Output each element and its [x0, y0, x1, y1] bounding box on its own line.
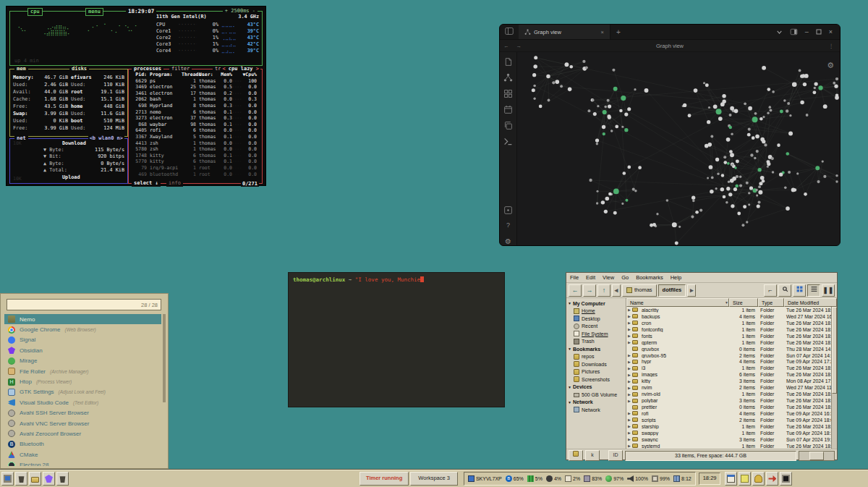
- graph-node[interactable]: [734, 166, 736, 169]
- graph-node[interactable]: [713, 105, 718, 109]
- process-row[interactable]: 2062bash1thomas0.0····0.3: [131, 96, 260, 103]
- btop-tab-cpu[interactable]: cpu: [27, 8, 43, 16]
- graph-node[interactable]: [750, 153, 753, 156]
- process-row[interactable]: 868waybar98thomas0.1····0.0: [131, 122, 260, 128]
- app-item-cmake[interactable]: CMake: [4, 449, 161, 460]
- sidebar-item-desktop[interactable]: Desktop: [566, 315, 626, 323]
- graph-node[interactable]: [717, 173, 719, 175]
- header-cell[interactable]: ▼Cpu%: [239, 72, 257, 78]
- process-sort-mode[interactable]: < cpu lazy >: [221, 66, 260, 72]
- graph-node[interactable]: [747, 133, 751, 137]
- graph-node[interactable]: [587, 109, 590, 112]
- process-row[interactable]: 5780zsh1thomas0.0····0.0: [131, 146, 260, 153]
- graph-node[interactable]: [727, 162, 730, 165]
- graph-node[interactable]: [772, 90, 775, 93]
- graph-node[interactable]: [703, 82, 705, 84]
- back-icon[interactable]: ←: [500, 43, 513, 49]
- sidebar-item-downloads[interactable]: Downloads: [566, 360, 626, 368]
- file-row[interactable]: ▶rofi4 itemsFolderTue 09 Apr 2024 16:30:…: [626, 410, 837, 417]
- graph-node[interactable]: [779, 173, 783, 177]
- graph-node[interactable]: [691, 216, 694, 219]
- close-button[interactable]: ×: [829, 28, 833, 35]
- graph-node[interactable]: [783, 99, 786, 102]
- column-header-date-modified[interactable]: Date Modified: [784, 298, 837, 307]
- graph-node[interactable]: [596, 202, 598, 204]
- process-row[interactable]: 3469electron25thomas0.5····0.0: [131, 84, 260, 90]
- graph-node[interactable]: [672, 222, 677, 227]
- expander-icon[interactable]: ▶: [626, 386, 632, 390]
- file-row[interactable]: ▶alacritty1 itemFolderTue 26 Mar 2024 18…: [626, 307, 837, 313]
- graph-node[interactable]: [726, 201, 728, 204]
- graph-node[interactable]: [720, 187, 724, 191]
- breadcrumb-scroll-left-icon[interactable]: ◂: [612, 284, 621, 297]
- graph-node[interactable]: [799, 69, 801, 72]
- file-manager-window[interactable]: FileEditViewGoBookmarksHelp ← → ↑ ◂ thom…: [566, 272, 838, 460]
- expander-icon[interactable]: ▶: [626, 327, 632, 331]
- graph-node[interactable]: [796, 172, 799, 174]
- graph-node[interactable]: [735, 185, 739, 188]
- process-row[interactable]: 3273electron37thomas0.3····0.0: [131, 115, 260, 122]
- graph-node[interactable]: [731, 204, 734, 208]
- back-button[interactable]: ←: [569, 284, 582, 297]
- graph-node[interactable]: [707, 177, 709, 179]
- graph-node[interactable]: [764, 143, 767, 146]
- graph-node[interactable]: [615, 125, 618, 129]
- sidebar-item-500-gb-volume[interactable]: 500 GB Volume: [566, 391, 626, 399]
- expander-icon[interactable]: ▶: [626, 353, 632, 357]
- command-palette-icon[interactable]: [503, 205, 513, 214]
- graph-node[interactable]: [708, 106, 710, 109]
- graph-node[interactable]: [688, 114, 692, 117]
- graph-node[interactable]: [777, 143, 780, 147]
- process-row[interactable]: 6405rofi6thomas0.0····0.0: [131, 127, 260, 134]
- graph-node[interactable]: [823, 104, 827, 109]
- help-icon[interactable]: ?: [503, 221, 513, 230]
- graph-node[interactable]: [532, 73, 536, 77]
- graph-node[interactable]: [767, 162, 770, 166]
- taskbar-clock[interactable]: 18:29: [699, 473, 721, 485]
- graph-node[interactable]: [546, 75, 550, 78]
- btop-tab-menu[interactable]: menu: [85, 8, 103, 16]
- graph-node[interactable]: [786, 109, 788, 112]
- file-row[interactable]: ▶polybar3 itemsFolderTue 26 Mar 2024 18:…: [626, 397, 837, 404]
- tray-host[interactable]: SKYVL7XP: [468, 475, 502, 482]
- graph-node[interactable]: [570, 65, 574, 69]
- menu-edit[interactable]: Edit: [586, 274, 595, 281]
- trash-button[interactable]: [15, 472, 27, 486]
- graph-node[interactable]: [723, 195, 726, 199]
- graph-node[interactable]: [748, 192, 750, 194]
- breadcrumb-parent[interactable]: thomas: [622, 284, 657, 297]
- graph-node[interactable]: [627, 107, 631, 111]
- list-view-icon[interactable]: [807, 284, 820, 297]
- sidebar-item-recent[interactable]: Recent: [566, 323, 626, 331]
- file-row[interactable]: prettier0 itemsFolderTue 26 Mar 2024 18:…: [626, 404, 837, 410]
- keys-button[interactable]: [752, 472, 765, 486]
- file-row[interactable]: ▶gpterm1 itemFolderTue 26 Mar 2024 18:04…: [626, 339, 837, 346]
- process-row[interactable]: 3461electron17thomas0.2····0.0: [131, 90, 260, 97]
- graph-node[interactable]: [568, 88, 572, 92]
- sidebar-item-trash[interactable]: Trash: [566, 338, 626, 346]
- app-item-visual-studio-code[interactable]: Visual Studio Code(Text Editor): [4, 397, 161, 407]
- graph-node[interactable]: [788, 132, 793, 136]
- graph-node[interactable]: [602, 125, 605, 129]
- graph-node[interactable]: [692, 200, 695, 203]
- graph-node[interactable]: [772, 171, 774, 173]
- sidebar-section-network[interactable]: ▼Network: [566, 399, 626, 407]
- graph-node[interactable]: [769, 106, 772, 109]
- graph-canvas[interactable]: ⚙: [517, 52, 840, 246]
- graph-node[interactable]: [711, 177, 714, 179]
- graph-node[interactable]: [730, 106, 734, 111]
- horizontal-scrollbar[interactable]: [799, 451, 835, 461]
- graph-node[interactable]: [770, 109, 773, 111]
- graph-node[interactable]: [780, 110, 783, 114]
- rofi-scrollbar[interactable]: [163, 314, 166, 402]
- graph-node[interactable]: [737, 212, 741, 216]
- tray-disk[interactable]: 83%: [584, 475, 602, 482]
- graph-settings-gear-icon[interactable]: ⚙: [827, 61, 834, 70]
- graph-node[interactable]: [715, 187, 718, 190]
- graph-node[interactable]: [835, 180, 838, 182]
- process-row[interactable]: 4413zsh1thomas0.0····0.0: [131, 140, 260, 147]
- graph-node[interactable]: [755, 135, 760, 139]
- graph-node[interactable]: [815, 166, 820, 170]
- graph-node[interactable]: [627, 166, 631, 169]
- graph-node[interactable]: [634, 88, 636, 90]
